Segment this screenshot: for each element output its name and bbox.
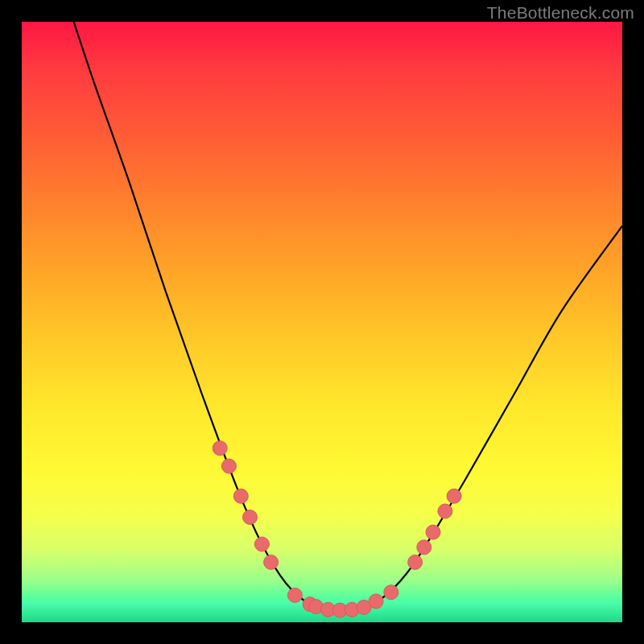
- marker-dot: [243, 510, 258, 525]
- marker-dot: [447, 489, 461, 503]
- marker-dot: [264, 555, 279, 569]
- curve-layer: [22, 22, 622, 622]
- marker-dot: [213, 441, 227, 456]
- chart-frame: TheBottleneck.com: [0, 0, 644, 644]
- marker-dot: [438, 504, 452, 518]
- marker-dot: [254, 537, 269, 551]
- marker-dot: [233, 489, 248, 503]
- marker-dots: [213, 441, 461, 617]
- marker-dot: [426, 525, 440, 539]
- marker-dot: [287, 588, 302, 602]
- watermark-text: TheBottleneck.com: [487, 3, 634, 23]
- plot-area: [22, 22, 622, 622]
- marker-dot: [369, 594, 383, 609]
- bottleneck-curve: [70, 22, 622, 611]
- marker-dot: [417, 540, 431, 555]
- marker-dot: [408, 555, 423, 569]
- marker-dot: [384, 585, 398, 600]
- marker-dot: [221, 459, 236, 473]
